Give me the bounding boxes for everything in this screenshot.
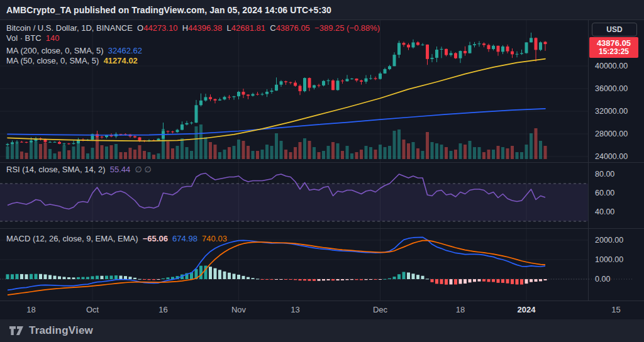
svg-text:18: 18 [456,305,465,314]
svg-text:40.00: 40.00 [595,207,614,216]
price-change: −389.25 (−0.88%) [314,23,380,33]
svg-text:24000.00: 24000.00 [595,152,628,161]
svg-text:32000.00: 32000.00 [595,107,628,116]
ma200-legend-row[interactable]: MA (200, close, 0, SMA, 5) 32462.62 [6,46,380,56]
tradingview-logo-icon[interactable] [9,325,24,336]
symbol-title: Bitcoin / U.S. Dollar, 1D, BINANCE [6,23,133,33]
ma200-label: MA (200, close, 0, SMA, 5) [6,46,104,55]
tradingview-brand-text[interactable]: TradingView [29,324,93,337]
last-price-tag[interactable]: 43876.05 15:23:25 [589,37,638,58]
svg-text:Dec: Dec [373,305,388,314]
rsi-label: RSI (14, close, SMA, 14, 2) [6,165,106,174]
tradingview-snapshot-page: AMBCrypto_TA published on TradingView.co… [0,0,644,342]
macd-hist-value: −65.06 [143,234,168,243]
main-legend[interactable]: Bitcoin / U.S. Dollar, 1D, BINANCE O4427… [6,23,380,66]
ma50-value: 41274.02 [104,56,138,65]
rsi-legend[interactable]: RSI (14, close, SMA, 14, 2) 55.44 ∅ ∅ [6,165,152,175]
ohlc-high: H44396.38 [182,23,223,33]
svg-text:0.00: 0.00 [595,275,610,284]
volume-legend-row[interactable]: Vol · BTC 140 [6,33,380,43]
svg-text:2024: 2024 [518,305,536,314]
ma50-label: MA (50, close, 0, SMA, 5) [6,56,99,65]
macd-line-value: 674.98 [172,234,197,243]
svg-text:Oct: Oct [86,305,99,314]
bar-countdown: 15:23:25 [589,48,638,56]
symbol-legend-row[interactable]: Bitcoin / U.S. Dollar, 1D, BINANCE O4427… [6,23,380,33]
svg-text:36000.00: 36000.00 [595,84,628,93]
svg-text:18: 18 [26,305,35,314]
ohlc-close: C43876.05 [270,23,310,33]
svg-text:16: 16 [158,305,167,314]
rsi-value: 55.44 [110,165,131,174]
svg-text:40000.00: 40000.00 [595,62,628,70]
header-bar: AMBCrypto_TA published on TradingView.co… [0,0,644,20]
footer-bar: TradingView [0,319,644,342]
ma200-value: 32462.62 [108,46,142,55]
ohlc-low: L42681.81 [227,23,265,33]
macd-legend[interactable]: MACD (12, 26, close, 9, EMA, EMA) −65.06… [6,234,227,244]
ohlc-open: O44273.10 [137,23,177,33]
volume-value: 140 [46,33,60,43]
svg-text:2000.00: 2000.00 [595,236,623,245]
svg-text:13: 13 [291,305,299,314]
ma50-legend-row[interactable]: MA (50, close, 0, SMA, 5) 41274.02 [6,56,380,66]
svg-text:1000.00: 1000.00 [595,255,623,264]
svg-text:Nov: Nov [231,305,247,314]
publish-info: AMBCrypto_TA published on TradingView.co… [6,5,331,15]
svg-text:80.00: 80.00 [595,170,614,179]
svg-text:60.00: 60.00 [595,189,614,197]
volume-label: Vol · BTC [6,33,42,43]
last-price: 43876.05 [589,38,638,48]
svg-text:15: 15 [611,305,620,314]
svg-text:28000.00: 28000.00 [595,130,628,138]
macd-label: MACD (12, 26, close, 9, EMA, EMA) [6,234,138,243]
rsi-extra-values: ∅ ∅ [135,165,152,174]
currency-toggle-button[interactable]: USD [592,23,637,36]
macd-signal-value: 740.03 [202,234,227,243]
